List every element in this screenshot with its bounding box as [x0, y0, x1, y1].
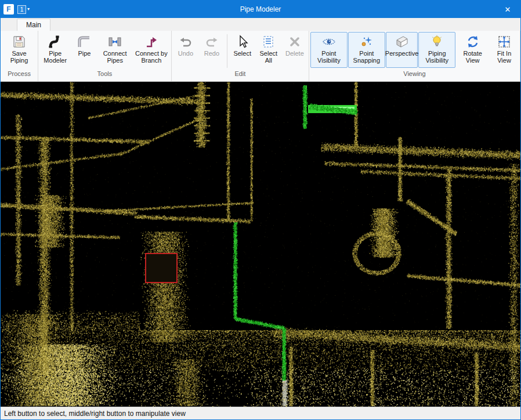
point-visibility-label: Point Visibility: [312, 50, 346, 64]
viewport-3d-pointcloud-canvas[interactable]: [1, 82, 520, 407]
chevron-down-icon[interactable]: ▾: [27, 7, 30, 12]
perspective-wedge-icon: [395, 34, 409, 49]
select-all-label: Select All: [258, 50, 280, 64]
rotate-arrows-icon: [466, 34, 480, 49]
select-all-button[interactable]: Select All: [256, 32, 281, 68]
cursor-select-icon: [236, 34, 249, 49]
save-piping-button[interactable]: Save Piping: [2, 32, 37, 68]
pipe-modeler-button[interactable]: Pipe Modeler: [39, 32, 71, 68]
pipe-button[interactable]: Pipe: [71, 32, 97, 68]
undo-icon: [179, 34, 193, 49]
select-label: Select: [233, 50, 251, 57]
viewport-3d[interactable]: [1, 82, 520, 407]
save-piping-label: Save Piping: [3, 50, 35, 64]
redo-button[interactable]: Redo: [199, 32, 225, 68]
redo-icon: [205, 34, 219, 49]
undo-label: Undo: [178, 50, 193, 57]
statusbar: Left button to select, middle/right butt…: [1, 407, 520, 419]
window-title: Pipe Modeler: [1, 5, 520, 13]
quick-access-icon: 1: [17, 5, 26, 14]
save-icon: [12, 34, 26, 49]
connect-pipes-label: Connect Pipes: [99, 50, 130, 64]
app-menu-button[interactable]: F: [3, 4, 14, 15]
point-visibility-button[interactable]: Point Visibility: [310, 32, 348, 68]
group-label-process: Process: [1, 70, 38, 79]
connect-by-branch-label: Connect by Branch: [135, 50, 168, 64]
close-button[interactable]: ✕: [495, 1, 520, 18]
connect-pipes-button[interactable]: Connect Pipes: [97, 32, 132, 68]
ribbon-group-tools: Pipe Modeler Pipe Connect Pipes: [38, 31, 172, 81]
piping-visibility-label: Piping Visibility: [420, 50, 454, 64]
titlebar: F 1 ▾ Pipe Modeler ✕: [1, 1, 520, 18]
ribbon-group-viewing: Point Visibility Point Snapping Perspect…: [309, 31, 520, 81]
quick-access-toolbar[interactable]: 1 ▾: [17, 5, 30, 14]
connect-pipes-icon: [108, 34, 122, 49]
group-label-viewing: Viewing: [309, 70, 520, 79]
ribbon: Save Piping Process Pipe Modeler Pipe: [1, 31, 520, 82]
pipe-modeler-label: Pipe Modeler: [41, 50, 69, 64]
point-snapping-button[interactable]: Point Snapping: [348, 32, 385, 68]
pipe-modeler-icon: [48, 34, 62, 49]
undo-button[interactable]: Undo: [173, 32, 198, 68]
redo-label: Redo: [204, 50, 219, 57]
group-label-tools: Tools: [38, 70, 171, 79]
edit-group-separator: [227, 34, 227, 68]
perspective-button[interactable]: Perspective: [386, 32, 418, 68]
select-all-icon: [262, 34, 276, 49]
lightbulb-icon: [430, 34, 444, 49]
eye-icon: [322, 34, 336, 49]
perspective-label: Perspective: [385, 50, 418, 57]
snap-sparkle-icon: [360, 34, 374, 49]
connect-by-branch-button[interactable]: Connect by Branch: [133, 32, 170, 68]
delete-button[interactable]: Delete: [282, 32, 307, 68]
ribbon-group-process: Save Piping Process: [1, 31, 38, 81]
rotate-view-label: Rotate View: [458, 50, 487, 64]
point-snapping-label: Point Snapping: [350, 50, 383, 64]
rotate-view-button[interactable]: Rotate View: [456, 32, 489, 68]
tab-main[interactable]: Main: [17, 19, 50, 31]
fit-in-view-button[interactable]: Fit In View: [490, 32, 519, 68]
status-hint-text: Left button to select, middle/right butt…: [4, 410, 186, 418]
fit-in-view-label: Fit In View: [491, 50, 517, 64]
pipe-icon: [77, 34, 91, 49]
piping-visibility-button[interactable]: Piping Visibility: [418, 32, 455, 68]
select-button[interactable]: Select: [230, 32, 255, 68]
app-window: F 1 ▾ Pipe Modeler ✕ Main Save Piping P: [0, 0, 521, 420]
ribbon-group-edit: Undo Redo Select: [172, 31, 309, 81]
ribbon-tab-row: Main: [1, 18, 520, 31]
fit-view-arrows-icon: [497, 34, 511, 49]
connect-by-branch-icon: [144, 34, 158, 49]
group-label-edit: Edit: [172, 70, 309, 79]
delete-label: Delete: [285, 50, 304, 57]
delete-icon: [288, 34, 302, 49]
pipe-label: Pipe: [78, 50, 91, 57]
